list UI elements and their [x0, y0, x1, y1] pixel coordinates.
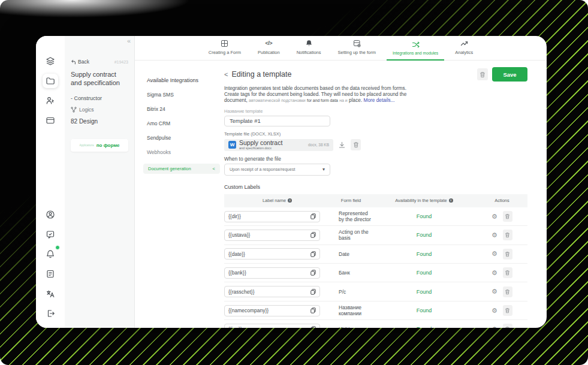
- status-badge: Found: [372, 251, 477, 257]
- tab-integrations-and-modules[interactable]: Integrations and modules: [391, 41, 439, 60]
- template-name-input[interactable]: [224, 116, 330, 126]
- more-details-link[interactable]: More details...: [364, 97, 395, 103]
- template-editor: < Editing a template Save Integration ge…: [224, 61, 547, 328]
- notifications-bell-icon[interactable]: [43, 247, 58, 261]
- label-name-input[interactable]: {{rasschet}}: [224, 286, 320, 297]
- main-area: Creating a Form </> Publication Notifica…: [135, 36, 547, 328]
- copy-icon[interactable]: [310, 251, 316, 257]
- save-button[interactable]: Save: [492, 67, 527, 82]
- gear-icon[interactable]: ⚙: [491, 270, 497, 276]
- col-availability: Availability in the templatei: [372, 198, 477, 203]
- delete-template-button[interactable]: [477, 68, 488, 80]
- card-icon[interactable]: [43, 113, 58, 128]
- page-background: « Back #19423 Supply contract and specif…: [0, 0, 588, 365]
- label-name-input[interactable]: {{date}}: [224, 248, 320, 260]
- chat-icon[interactable]: [43, 227, 58, 242]
- integration-bitrix-24[interactable]: Bitrix 24: [147, 106, 224, 112]
- delete-row-button[interactable]: [503, 324, 512, 328]
- info-icon[interactable]: i: [449, 198, 453, 203]
- label-name-input[interactable]: {{dir}}: [224, 211, 320, 222]
- copy-icon[interactable]: [310, 289, 316, 295]
- description-fragment: for and form data: [307, 98, 338, 102]
- table-row: {{inn}} ИНН Found ⚙: [224, 320, 527, 328]
- tabs-bar: Creating a Form </> Publication Notifica…: [135, 36, 547, 61]
- journal-icon[interactable]: [43, 267, 58, 281]
- label-name-input[interactable]: {{inn}}: [224, 324, 320, 328]
- status-badge: Found: [372, 270, 477, 276]
- team-icon[interactable]: [43, 93, 58, 108]
- uploaded-file-chip[interactable]: W Supply contract and specification.docx…: [224, 139, 333, 151]
- tab-setting-up-the-form[interactable]: Setting up the form: [337, 40, 377, 60]
- gear-icon[interactable]: ⚙: [491, 251, 497, 257]
- gear-icon[interactable]: ⚙: [491, 213, 497, 220]
- form-field-value[interactable]: Represented by the director: [330, 210, 372, 222]
- back-button[interactable]: Back: [71, 59, 89, 65]
- logout-icon[interactable]: [43, 306, 58, 321]
- translate-icon[interactable]: [43, 286, 58, 301]
- delete-file-button[interactable]: [351, 139, 361, 150]
- delete-row-button[interactable]: [503, 249, 512, 260]
- gear-icon[interactable]: ⚙: [491, 326, 497, 328]
- integrations-heading: Available Integrations: [147, 77, 224, 83]
- folder-icon[interactable]: [43, 74, 58, 88]
- label-name-input[interactable]: {{namecompany}}: [224, 305, 320, 316]
- status-badge: Found: [372, 232, 477, 238]
- delete-row-button[interactable]: [503, 230, 512, 240]
- nav-design[interactable]: 82 Design: [71, 118, 128, 125]
- delete-row-button[interactable]: [503, 286, 512, 297]
- table-row: {{dir}} Represented by the director Foun…: [224, 207, 527, 226]
- template-file-label: Template file (DOCX, XLSX): [224, 131, 527, 137]
- trash-icon: [505, 251, 510, 257]
- download-icon: [339, 141, 345, 148]
- back-chevron-icon[interactable]: <: [224, 71, 228, 78]
- tab-publication[interactable]: </> Publication: [257, 40, 281, 60]
- trash-icon: [505, 326, 510, 328]
- gear-icon[interactable]: ⚙: [491, 288, 497, 295]
- label-name-input[interactable]: {{bank}}: [224, 267, 320, 279]
- nav-logics[interactable]: Logics: [71, 107, 128, 113]
- form-field-value[interactable]: ИНН: [330, 326, 372, 328]
- custom-labels-heading: Custom Labels: [224, 184, 527, 190]
- integration-sigma-sms[interactable]: Sigma SMS: [147, 92, 224, 98]
- copy-icon[interactable]: [310, 213, 316, 219]
- delete-row-button[interactable]: [503, 267, 512, 278]
- generate-when-select[interactable]: Upon receipt of a response/request ▾: [224, 164, 330, 176]
- copy-icon[interactable]: [310, 232, 316, 238]
- layers-icon[interactable]: [43, 54, 58, 68]
- integration-document-generation[interactable]: Document generation <: [143, 164, 220, 174]
- form-field-value[interactable]: Банк: [330, 270, 372, 276]
- form-field-value[interactable]: Date: [330, 251, 372, 257]
- delete-row-button[interactable]: [503, 211, 512, 222]
- gear-icon[interactable]: ⚙: [491, 307, 497, 314]
- form-field-value[interactable]: Название компании: [330, 304, 372, 316]
- form-badge[interactable]: Applications по форме: [71, 139, 128, 152]
- trash-icon: [505, 289, 510, 295]
- description-ru-fragment: на и: [339, 98, 348, 102]
- form-field-value[interactable]: Acting on the basis: [330, 229, 372, 241]
- tab-creating-a-form[interactable]: Creating a Form: [207, 40, 242, 60]
- tab-analytics[interactable]: Analytics: [454, 40, 474, 60]
- copy-icon[interactable]: [310, 270, 316, 276]
- integration-sendpulse[interactable]: Sendpulse: [147, 135, 224, 141]
- label-name-input[interactable]: {{ustava}}: [224, 230, 320, 241]
- info-icon[interactable]: i: [288, 198, 292, 203]
- form-field-value[interactable]: Р/с: [330, 289, 372, 295]
- account-icon[interactable]: [43, 207, 58, 222]
- collapse-panel-icon[interactable]: «: [127, 37, 131, 44]
- copy-icon[interactable]: [310, 307, 316, 313]
- gear-icon[interactable]: ⚙: [491, 232, 497, 239]
- integration-amo-crm[interactable]: Amo CRM: [147, 120, 224, 126]
- main-body: Available Integrations Sigma SMS Bitrix …: [135, 61, 547, 328]
- delete-row-button[interactable]: [503, 305, 512, 316]
- copy-icon[interactable]: [310, 326, 316, 328]
- status-badge: Found: [372, 213, 477, 219]
- tab-label: Integrations and modules: [393, 51, 438, 55]
- editor-header: < Editing a template Save: [224, 67, 527, 82]
- col-label-name: Label namei: [224, 198, 330, 203]
- download-file-button[interactable]: [339, 141, 345, 148]
- app-icon-sidebar: [36, 36, 65, 328]
- form-id: #19423: [114, 60, 128, 64]
- tab-notifications[interactable]: Notifications: [295, 40, 322, 60]
- integration-webhooks[interactable]: Webhooks: [147, 149, 224, 155]
- nav-constructor[interactable]: - Constructor: [71, 95, 128, 101]
